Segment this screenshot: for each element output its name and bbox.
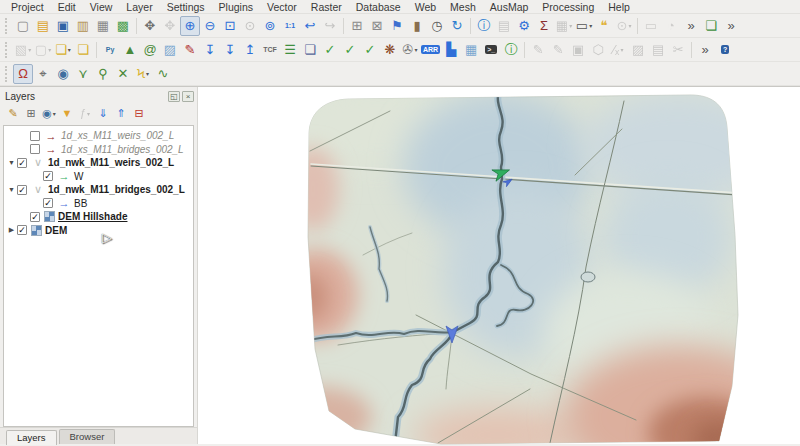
identify-features-button[interactable]: ⓘ	[474, 16, 494, 36]
map-canvas[interactable]	[197, 87, 800, 444]
zoom-full-button[interactable]: ⊡	[220, 16, 240, 36]
layer-tree-row[interactable]: ▼✓∨1d_nwk_M11_weirs_002_L	[4, 156, 193, 170]
map-tips-button[interactable]: ❝	[594, 16, 614, 36]
select-by-value-button[interactable]: ❏▾	[53, 40, 73, 60]
python-console-button[interactable]: Py	[100, 40, 120, 60]
remove-layer-button[interactable]: ⊟	[130, 104, 148, 122]
menu-database[interactable]: Database	[349, 1, 408, 13]
new-print-layout-button[interactable]: ▥	[73, 16, 93, 36]
view-results-button[interactable]: ❏	[300, 40, 320, 60]
tab-browser[interactable]: Browser	[59, 429, 116, 444]
tab-layers[interactable]: Layers	[6, 430, 57, 445]
panel-close-button[interactable]: ×	[182, 91, 194, 102]
layer-label[interactable]: 1d_nwk_M11_weirs_002_L	[48, 157, 174, 168]
menu-ausmap[interactable]: AusMap	[483, 1, 536, 13]
check-inputs-button[interactable]: ✓	[340, 40, 360, 60]
refresh-map-button[interactable]: ↻	[447, 16, 467, 36]
show-bookmarks-button[interactable]: ▮	[407, 16, 427, 36]
tuflow-tcf-button[interactable]: TCF	[260, 40, 280, 60]
layer-label[interactable]: DEM	[45, 225, 67, 236]
new-spatial-bookmark-button[interactable]: ⚑	[387, 16, 407, 36]
filter-by-expression-button-dropdown[interactable]: ▾	[87, 110, 90, 117]
filter-legend-button[interactable]: ▼	[58, 104, 76, 122]
info-cursor-button[interactable]: ⓘ	[501, 40, 521, 60]
zoom-native-button[interactable]: 1:1	[280, 16, 300, 36]
open-project-button[interactable]: ▤	[33, 16, 53, 36]
layer-visibility-checkbox[interactable]	[30, 131, 40, 141]
toolbar-handle[interactable]	[5, 42, 10, 58]
animal-tool-button[interactable]: ❋	[380, 40, 400, 60]
snapping-visibility-button[interactable]: ◉	[53, 64, 73, 84]
avoid-overlap-button[interactable]: ⚲	[93, 64, 113, 84]
toolbar-handle[interactable]	[5, 66, 10, 82]
layer-tree-row[interactable]: ▶✓DEM	[4, 224, 193, 238]
menu-settings[interactable]: Settings	[160, 1, 212, 13]
open-layer-styling-button[interactable]: ✎	[4, 104, 22, 122]
layer-label[interactable]: BB	[74, 198, 87, 209]
grid-tool-button[interactable]: ▦	[461, 40, 481, 60]
menu-project[interactable]: Project	[4, 1, 51, 13]
layer-label[interactable]: 1d_xs_M11_bridges_002_L	[61, 144, 184, 155]
download-data-button[interactable]: ↧	[220, 40, 240, 60]
style-manager-button[interactable]: ▩	[113, 16, 133, 36]
attribute-table-button-dropdown[interactable]: ▾	[569, 22, 572, 29]
menu-view[interactable]: View	[83, 1, 120, 13]
layer-tree-row[interactable]: ✓→W	[4, 170, 193, 184]
menu-mesh[interactable]: Mesh	[443, 1, 483, 13]
terrain-tools-button[interactable]: ▲	[120, 40, 140, 60]
toolbar-overflow-2[interactable]: »	[721, 16, 741, 36]
layer-visibility-checkbox[interactable]: ✓	[17, 158, 27, 168]
menu-raster[interactable]: Raster	[304, 1, 349, 13]
layer-tree-row[interactable]: →1d_xs_M11_bridges_002_L	[4, 143, 193, 157]
arr-tool-button[interactable]: ARR	[420, 40, 441, 60]
toolbar-handle[interactable]	[5, 18, 10, 34]
measure-button[interactable]: ▭▾	[574, 16, 594, 36]
pan-map-button[interactable]: ✥	[140, 16, 160, 36]
menu-vector[interactable]: Vector	[260, 1, 304, 13]
collapse-all-button[interactable]: ⇑	[112, 104, 130, 122]
menu-processing[interactable]: Processing	[535, 1, 601, 13]
zoom-last-button[interactable]: ↩	[300, 16, 320, 36]
deselect-features-button-dropdown[interactable]: ▾	[48, 46, 51, 53]
layer-visibility-checkbox[interactable]: ✓	[17, 185, 27, 195]
manage-map-themes-button[interactable]: ◉▾	[40, 104, 58, 122]
import-lines-button[interactable]: ☰	[280, 40, 300, 60]
self-snapping-button[interactable]: ∿	[153, 64, 173, 84]
zoom-in-button[interactable]: ⊕	[180, 16, 200, 36]
layer-visibility-checkbox[interactable]: ✓	[17, 225, 27, 235]
layer-tree-row[interactable]: ✓DEM Hillshade	[4, 210, 193, 224]
toolbar-overflow-1[interactable]: »	[681, 16, 701, 36]
layer-visibility-checkbox[interactable]	[30, 144, 40, 154]
layer-visibility-checkbox[interactable]: ✓	[43, 198, 53, 208]
download-osm-button[interactable]: ↧	[200, 40, 220, 60]
layer-visibility-checkbox[interactable]: ✓	[30, 212, 40, 222]
new-3d-map-view-button[interactable]: ⊠	[367, 16, 387, 36]
attach-button-dropdown[interactable]: ▾	[414, 46, 417, 53]
zoom-to-layer-button[interactable]: ⊚	[260, 16, 280, 36]
menu-plugins[interactable]: Plugins	[212, 1, 260, 13]
expand-all-button[interactable]: ⇓	[94, 104, 112, 122]
layer-label[interactable]: DEM Hillshade	[58, 211, 127, 222]
tree-expander-icon[interactable]: ▼	[6, 186, 17, 193]
snap-intersection-button-dropdown[interactable]: ▾	[146, 70, 149, 77]
show-layout-manager-button[interactable]: ▦	[93, 16, 113, 36]
layer-label[interactable]: 1d_xs_M11_weirs_002_L	[61, 130, 174, 141]
attach-button[interactable]: ✇▾	[400, 40, 420, 60]
menu-web[interactable]: Web	[408, 1, 443, 13]
osm-edit-button[interactable]: ✎	[180, 40, 200, 60]
add-group-button[interactable]: ⊞	[22, 104, 40, 122]
tracing-button[interactable]: ⋎	[73, 64, 93, 84]
select-by-value-button-dropdown[interactable]: ▾	[68, 46, 71, 53]
layer-label[interactable]: W	[74, 171, 83, 182]
snapping-mode-button[interactable]: ⌖	[33, 64, 53, 84]
check-1d-button[interactable]: ✓	[360, 40, 380, 60]
new-map-view-button[interactable]: ⊞	[347, 16, 367, 36]
temporal-controller-button[interactable]: ◷	[427, 16, 447, 36]
save-project-button[interactable]: ▣	[53, 16, 73, 36]
measure-button-dropdown[interactable]: ▾	[589, 22, 592, 29]
add-layer-button[interactable]: ❏	[701, 16, 721, 36]
show-statistics-button[interactable]: Σ	[534, 16, 554, 36]
layer-visibility-checkbox[interactable]: ✓	[43, 171, 53, 181]
topology-editing-button[interactable]: ✕	[113, 64, 133, 84]
vertex-tool-button-dropdown[interactable]: ▾	[620, 46, 623, 53]
